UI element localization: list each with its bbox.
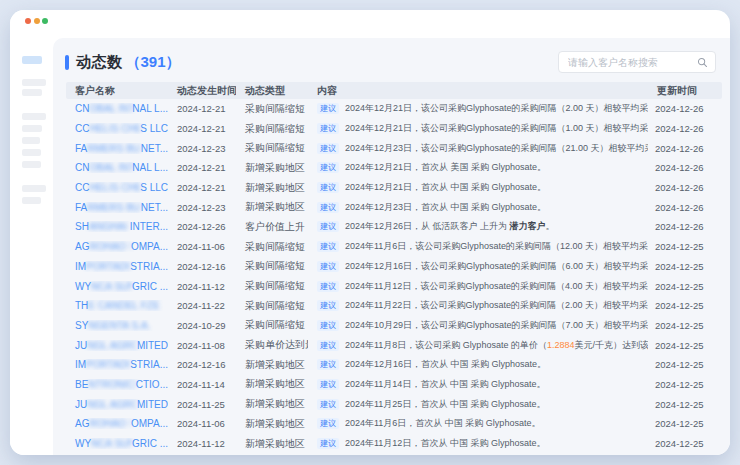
table-row: WY NCA SUNSHINE A GRIC ... 2024-11-12 采购… <box>66 276 722 296</box>
maximize-window-icon[interactable] <box>42 18 48 24</box>
sidebar-item[interactable] <box>22 113 46 120</box>
event-date: 2024-12-21 <box>168 103 236 114</box>
customer-name-link[interactable]: TH E CANDEL FZE <box>66 300 168 311</box>
customer-name-link[interactable]: WY NCA SUNSHINE A GRIC ... <box>66 281 168 292</box>
update-date: 2024-12-25 <box>648 438 722 449</box>
event-date: 2024-11-22 <box>168 300 236 311</box>
customer-name-suffix: NET... <box>141 202 168 213</box>
event-date: 2024-11-25 <box>168 399 236 410</box>
suggestion-badge[interactable]: 建议 <box>317 438 339 449</box>
col-header-event-time: 动态发生时间 <box>168 84 236 98</box>
table-row: BE NTRONICS PRODU CTIO... 2024-11-14 新增采… <box>66 375 722 395</box>
minimize-window-icon[interactable] <box>34 18 40 24</box>
suggestion-badge[interactable]: 建议 <box>317 202 339 213</box>
customer-name-prefix: CC <box>75 123 89 134</box>
suggestion-badge[interactable]: 建议 <box>317 340 339 351</box>
suggestion-badge[interactable]: 建议 <box>317 123 339 134</box>
activity-table: 客户名称 动态发生时间 动态类型 内容 更新时间 CN OBAL INTERNA… <box>66 82 722 455</box>
main-panel: 动态数 （391） 客户名称 动态发生时间 动态类型 内容 更新时间 C <box>53 38 730 455</box>
sidebar-item[interactable] <box>22 197 41 204</box>
event-content-text: 2024年12月23日，该公司采购Glyphosate的采购间隔（21.00 天… <box>345 142 648 155</box>
sidebar-item[interactable] <box>22 89 42 96</box>
customer-name-link[interactable]: CC HELIS CHEMICAL S LLC <box>66 123 168 134</box>
suggestion-badge[interactable]: 建议 <box>317 379 339 390</box>
customer-name-redacted: NCA SUNSHINE A <box>91 281 132 292</box>
update-date: 2024-12-25 <box>648 241 722 252</box>
suggestion-badge[interactable]: 建议 <box>317 162 339 173</box>
sidebar-item[interactable] <box>22 137 40 144</box>
customer-name-link[interactable]: FA RMERS BUSINESS NET... <box>66 202 168 213</box>
customer-name-link[interactable]: BE NTRONICS PRODU CTIO... <box>66 379 168 390</box>
event-date: 2024-11-06 <box>168 241 236 252</box>
customer-name-prefix: IM <box>75 261 86 272</box>
table-row: JU NGL AGROTEC LI MITED 2024-11-25 新增采购地… <box>66 394 722 414</box>
event-content-text: 2024年11月14日，首次从 中国 采购 Glyphosate。 <box>345 378 545 391</box>
customer-name-link[interactable]: CC HELIS CHEMICAL S LLC <box>66 182 168 193</box>
table-body: CN OBAL INTERNATIO NAL L... 2024-12-21 采… <box>66 99 722 455</box>
event-content-text: 2024年12月23日，首次从 中国 采购 Glyphosate。 <box>345 201 546 214</box>
customer-name-prefix: JU <box>75 340 87 351</box>
event-content-cell: 建议 2024年12月16日，该公司采购Glyphosate的采购间隔（6.00… <box>308 260 648 273</box>
event-date: 2024-12-23 <box>168 202 236 213</box>
customer-name-link[interactable]: SY NGENTA S.A. <box>66 320 168 331</box>
suggestion-badge[interactable]: 建议 <box>317 399 339 410</box>
customer-name-link[interactable]: FA RMERS BUSINESS NET... <box>66 143 168 154</box>
customer-name-link[interactable]: JU NGL AGROTEC LI MITED <box>66 340 168 351</box>
table-row: CN OBAL INTERNATIO NAL L... 2024-12-21 新… <box>66 158 722 178</box>
customer-name-redacted: OBAL INTERNATIO <box>89 103 132 114</box>
suggestion-badge[interactable]: 建议 <box>317 103 339 114</box>
customer-name-link[interactable]: IM PORTADORA INDU STRIA... <box>66 261 168 272</box>
customer-name-prefix: CN <box>75 162 89 173</box>
table-row: SY NGENTA S.A. 2024-10-29 采购间隔缩短 建议 2024… <box>66 316 722 336</box>
customer-name-link[interactable]: JU NGL AGROTEC LI MITED <box>66 399 168 410</box>
customer-name-suffix: CTIO... <box>136 379 168 390</box>
event-content-text: 2024年11月6日，该公司采购Glyphosate的采购间隔（12.00 天）… <box>345 240 648 253</box>
search-box[interactable] <box>558 51 716 73</box>
event-type: 采购间隔缩短 <box>236 122 308 136</box>
customer-name-link[interactable]: AG ROHAO SHANG C OMPA... <box>66 418 168 429</box>
page-title-count: （391） <box>126 53 181 72</box>
suggestion-badge[interactable]: 建议 <box>317 281 339 292</box>
suggestion-badge[interactable]: 建议 <box>317 143 339 154</box>
suggestion-badge[interactable]: 建议 <box>317 221 339 232</box>
search-input[interactable] <box>566 56 697 69</box>
sidebar-item[interactable] <box>22 125 42 132</box>
customer-name-suffix: S LLC <box>140 182 168 193</box>
customer-name-link[interactable]: CN OBAL INTERNATIO NAL L... <box>66 162 168 173</box>
update-date: 2024-12-25 <box>648 399 722 410</box>
event-type: 新增采购地区 <box>236 397 308 411</box>
event-date: 2024-11-08 <box>168 340 236 351</box>
event-content-cell: 建议 2024年11月14日，首次从 中国 采购 Glyphosate。 <box>308 378 648 391</box>
sidebar-item[interactable] <box>22 149 41 156</box>
event-type: 新增采购地区 <box>236 377 308 391</box>
customer-name-link[interactable]: IM PORTADORA INDU STRIA... <box>66 359 168 370</box>
suggestion-badge[interactable]: 建议 <box>317 359 339 370</box>
suggestion-badge[interactable]: 建议 <box>317 261 339 272</box>
event-content-cell: 建议 2024年11月12日，首次从 中国 采购 Glyphosate。 <box>308 437 648 450</box>
sidebar-item[interactable] <box>22 161 41 168</box>
search-icon[interactable] <box>697 57 708 68</box>
suggestion-badge[interactable]: 建议 <box>317 182 339 193</box>
customer-name-redacted: HELIS CHEMICAL <box>89 182 140 193</box>
event-content-text: 2024年11月8日，该公司采购 Glyphosate 的单价（1.2884美元… <box>345 339 648 352</box>
event-content-cell: 建议 2024年12月23日，首次从 中国 采购 Glyphosate。 <box>308 201 648 214</box>
sidebar-item[interactable] <box>22 185 46 192</box>
sidebar-item-active[interactable] <box>22 56 42 64</box>
event-content-text: 2024年12月21日，首次从 中国 采购 Glyphosate。 <box>345 181 546 194</box>
event-content-cell: 建议 2024年11月12日，该公司采购Glyphosate的采购间隔（4.00… <box>308 280 648 293</box>
event-content-cell: 建议 2024年10月29日，该公司采购Glyphosate的采购间隔（7.00… <box>308 319 648 332</box>
event-content-cell: 建议 2024年12月21日，首次从 中国 采购 Glyphosate。 <box>308 181 648 194</box>
customer-name-link[interactable]: CN OBAL INTERNATIO NAL L... <box>66 103 168 114</box>
customer-name-link[interactable]: SH ANGHAI EVER GO INTER... <box>66 221 168 232</box>
close-window-icon[interactable] <box>25 18 31 24</box>
customer-name-prefix: FA <box>75 202 87 213</box>
suggestion-badge[interactable]: 建议 <box>317 418 339 429</box>
sidebar-item[interactable] <box>22 79 46 86</box>
suggestion-badge[interactable]: 建议 <box>317 300 339 311</box>
suggestion-badge[interactable]: 建议 <box>317 320 339 331</box>
update-date: 2024-12-26 <box>648 182 722 193</box>
suggestion-badge[interactable]: 建议 <box>317 241 339 252</box>
customer-name-link[interactable]: AG ROHAO SHANG C OMPA... <box>66 241 168 252</box>
event-type: 采购间隔缩短 <box>236 141 308 155</box>
customer-name-link[interactable]: WY NCA SUNSHINE A GRIC ... <box>66 438 168 449</box>
